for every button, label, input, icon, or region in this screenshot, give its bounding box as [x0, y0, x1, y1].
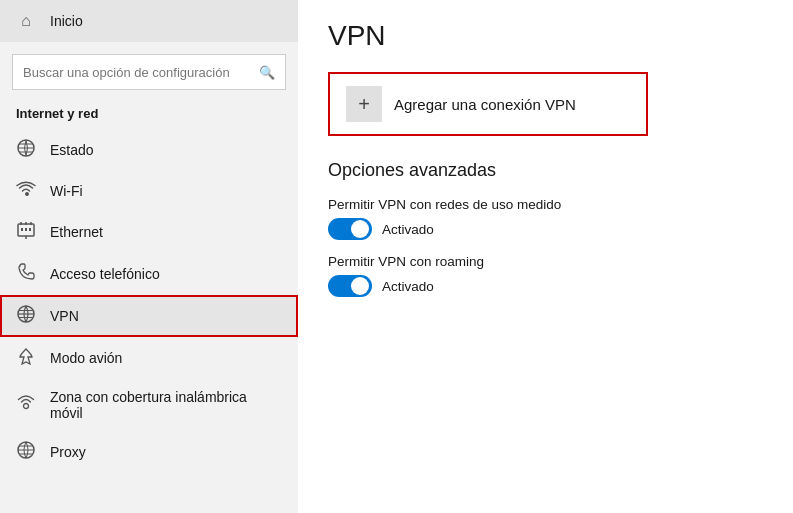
plus-icon: +: [358, 93, 370, 116]
hotspot-icon: [16, 394, 36, 416]
sidebar-item-zona-cobertura[interactable]: Zona con cobertura inalámbrica móvil: [0, 379, 298, 431]
sidebar-item-wifi[interactable]: Wi-Fi: [0, 171, 298, 211]
option2-toggle-label: Activado: [382, 279, 434, 294]
option1-description: Permitir VPN con redes de uso medido: [328, 197, 763, 212]
zona-cobertura-label: Zona con cobertura inalámbrica móvil: [50, 389, 282, 421]
sidebar-item-proxy[interactable]: Proxy: [0, 431, 298, 473]
proxy-icon: [16, 441, 36, 463]
ethernet-label: Ethernet: [50, 224, 103, 240]
proxy-label: Proxy: [50, 444, 86, 460]
vpn-roaming-toggle[interactable]: [328, 275, 372, 297]
vpn-metered-toggle[interactable]: [328, 218, 372, 240]
ethernet-icon: [16, 221, 36, 243]
dial-icon: [16, 263, 36, 285]
vpn-icon: [16, 305, 36, 327]
sidebar-item-inicio[interactable]: ⌂ Inicio: [0, 0, 298, 42]
option1-toggle-label: Activado: [382, 222, 434, 237]
search-icon: 🔍: [259, 65, 275, 80]
sidebar-item-estado[interactable]: Estado: [0, 129, 298, 171]
main-content: VPN + Agregar una conexión VPN Opciones …: [298, 0, 793, 513]
add-vpn-icon: +: [346, 86, 382, 122]
vpn-label: VPN: [50, 308, 79, 324]
option2-description: Permitir VPN con roaming: [328, 254, 763, 269]
home-icon: ⌂: [16, 12, 36, 30]
sidebar-item-modo-avion[interactable]: Modo avión: [0, 337, 298, 379]
airplane-icon: [16, 347, 36, 369]
search-container: 🔍: [12, 54, 286, 90]
sidebar: ⌂ Inicio 🔍 Internet y red Estado: [0, 0, 298, 513]
inicio-label: Inicio: [50, 13, 83, 29]
option2-toggle-row: Activado: [328, 275, 763, 297]
section-label: Internet y red: [0, 106, 298, 129]
sidebar-item-ethernet[interactable]: Ethernet: [0, 211, 298, 253]
modo-avion-label: Modo avión: [50, 350, 122, 366]
search-input[interactable]: [23, 65, 259, 80]
wifi-label: Wi-Fi: [50, 183, 83, 199]
page-title: VPN: [328, 20, 763, 52]
option1-toggle-row: Activado: [328, 218, 763, 240]
svg-rect-2: [21, 228, 23, 231]
estado-icon: [16, 139, 36, 161]
svg-rect-4: [29, 228, 31, 231]
option-roaming: Permitir VPN con roaming Activado: [328, 254, 763, 297]
acceso-telefonico-label: Acceso telefónico: [50, 266, 160, 282]
sidebar-item-acceso-telefonico[interactable]: Acceso telefónico: [0, 253, 298, 295]
svg-rect-3: [25, 228, 27, 231]
estado-label: Estado: [50, 142, 94, 158]
sidebar-item-vpn[interactable]: VPN: [0, 295, 298, 337]
add-vpn-button[interactable]: + Agregar una conexión VPN: [328, 72, 648, 136]
advanced-section-title: Opciones avanzadas: [328, 160, 763, 181]
wifi-icon: [16, 181, 36, 201]
option-metered-networks: Permitir VPN con redes de uso medido Act…: [328, 197, 763, 240]
svg-point-13: [24, 404, 29, 409]
add-vpn-label: Agregar una conexión VPN: [394, 96, 576, 113]
